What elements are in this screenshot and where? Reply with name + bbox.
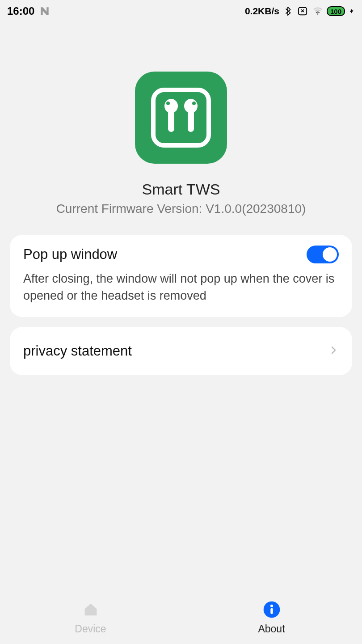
privacy-label: privacy statement — [23, 343, 132, 359]
battery-indicator: 100 — [327, 6, 345, 16]
app-title: Smart TWS — [0, 181, 362, 198]
svg-rect-6 — [188, 106, 194, 132]
bluetooth-icon — [283, 5, 293, 17]
n-logo-icon — [39, 5, 51, 17]
home-icon — [82, 600, 100, 619]
popup-setting-row: Pop up window — [23, 246, 339, 263]
app-logo-container — [0, 72, 362, 164]
popup-toggle[interactable] — [307, 246, 339, 263]
status-bar: 16:00 0.2KB/s 100 — [0, 0, 362, 22]
app-logo-icon — [135, 72, 227, 164]
firmware-version: Current Firmware Version: V1.0.0(2023081… — [0, 202, 362, 216]
popup-setting-title: Pop up window — [23, 246, 117, 263]
bottom-nav: Device About — [0, 590, 362, 644]
svg-rect-2 — [153, 90, 209, 145]
chevron-right-icon — [328, 345, 339, 357]
status-bar-left: 16:00 — [7, 5, 51, 17]
nav-device-label: Device — [75, 623, 106, 635]
status-bar-right: 0.2KB/s 100 — [245, 5, 355, 17]
info-icon — [263, 600, 281, 619]
main-content: Smart TWS Current Firmware Version: V1.0… — [0, 22, 362, 375]
no-sim-icon — [296, 6, 309, 16]
nav-about-label: About — [258, 623, 285, 635]
nav-about[interactable]: About — [181, 590, 362, 644]
status-time: 16:00 — [7, 5, 34, 17]
network-speed: 0.2KB/s — [245, 6, 279, 17]
wifi-icon — [312, 6, 323, 16]
popup-setting-card: Pop up window After closing, the window … — [10, 235, 352, 317]
svg-point-1 — [317, 13, 319, 15]
settings-list: Pop up window After closing, the window … — [0, 235, 362, 375]
svg-point-10 — [270, 604, 273, 607]
svg-rect-4 — [168, 106, 174, 132]
popup-setting-description: After closing, the window will not pop u… — [23, 271, 339, 305]
privacy-statement-row[interactable]: privacy statement — [10, 327, 352, 375]
toggle-knob — [323, 247, 337, 262]
svg-point-8 — [192, 102, 196, 105]
svg-point-7 — [166, 102, 170, 105]
nav-device[interactable]: Device — [0, 590, 181, 644]
charging-icon — [349, 6, 355, 17]
svg-rect-11 — [270, 608, 273, 614]
